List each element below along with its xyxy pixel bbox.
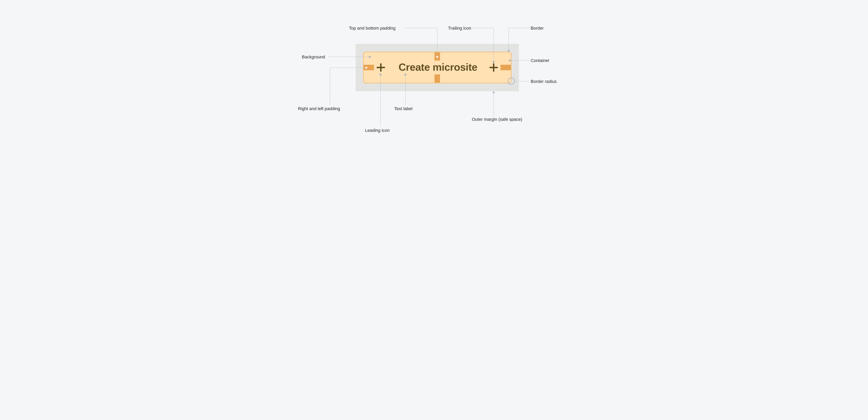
annotation-border: Border bbox=[531, 26, 544, 31]
border-radius-indicator bbox=[508, 78, 515, 85]
plus-icon bbox=[376, 63, 385, 72]
padding-strip-top bbox=[434, 52, 440, 61]
annotation-container: Container bbox=[531, 58, 550, 63]
annotation-trailing-icon: Trailing icon bbox=[448, 26, 471, 31]
plus-icon bbox=[489, 63, 498, 72]
padding-strip-left bbox=[364, 65, 374, 70]
annotation-border-radius: Border radius bbox=[531, 79, 557, 84]
annotation-right-left-padding: Right and left padding bbox=[298, 106, 340, 111]
anatomy-diagram: Create microsite Top and bottom padding … bbox=[282, 0, 586, 147]
annotation-text-label: Text label bbox=[394, 106, 412, 111]
padding-strip-bottom bbox=[434, 74, 440, 83]
annotation-leading-icon: Leading icon bbox=[365, 128, 390, 133]
annotation-outer-margin: Outer margin (safe space) bbox=[472, 117, 523, 122]
button-text-label: Create microsite bbox=[395, 61, 482, 73]
padding-strip-right bbox=[501, 65, 511, 70]
annotation-background: Background bbox=[302, 55, 325, 60]
annotation-top-bottom-padding: Top and bottom padding bbox=[349, 26, 396, 31]
